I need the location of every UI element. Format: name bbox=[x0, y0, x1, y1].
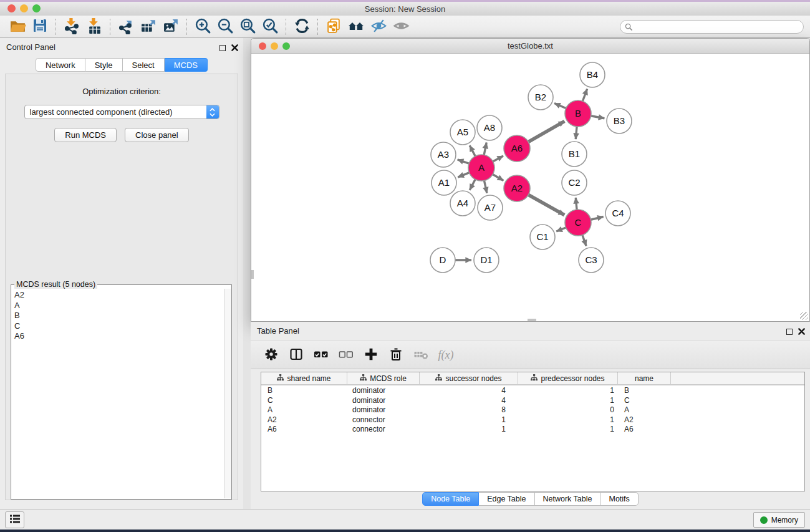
column-header-name[interactable]: name bbox=[618, 372, 671, 384]
table-row[interactable]: A2connector11A2 bbox=[261, 415, 804, 425]
table-cell[interactable]: 8 bbox=[420, 405, 518, 415]
column-header-shared-name[interactable]: shared name bbox=[261, 372, 347, 384]
unselect-all-columns-button[interactable] bbox=[338, 347, 354, 363]
table-cell[interactable]: 1 bbox=[420, 424, 518, 434]
table-settings-button[interactable] bbox=[263, 347, 279, 363]
table-cell[interactable]: 1 bbox=[518, 415, 618, 425]
mcds-result-item[interactable]: A bbox=[14, 301, 223, 311]
open-session-button[interactable] bbox=[6, 17, 29, 37]
network-minimize-button[interactable] bbox=[271, 42, 278, 50]
close-panel-button[interactable]: Close panel bbox=[125, 128, 189, 142]
export-network-button[interactable] bbox=[115, 17, 137, 37]
table-cell[interactable]: connector bbox=[347, 424, 420, 434]
table-header-row: shared nameMCDS rolesuccessor nodesprede… bbox=[261, 372, 804, 385]
import-network-button[interactable] bbox=[60, 17, 83, 37]
export-image-button[interactable] bbox=[160, 17, 182, 37]
table-cell[interactable]: B bbox=[618, 385, 671, 395]
window-resize-grip[interactable] bbox=[800, 312, 808, 320]
mcds-result-item[interactable]: A2 bbox=[14, 290, 223, 301]
zoom-fit-button[interactable] bbox=[236, 17, 259, 37]
import-network-icon bbox=[64, 17, 80, 36]
table-cell[interactable]: dominator bbox=[347, 385, 420, 395]
table-row[interactable]: A6connector11A6 bbox=[261, 424, 804, 434]
column-header-successor-nodes[interactable]: successor nodes bbox=[420, 372, 518, 384]
tab-select[interactable]: Select bbox=[123, 58, 165, 72]
close-panel-icon[interactable] bbox=[798, 326, 805, 337]
function-builder-button[interactable]: f(x) bbox=[438, 347, 454, 363]
table-cell[interactable]: 4 bbox=[420, 395, 518, 405]
criterion-select[interactable]: largest connected component (directed) bbox=[24, 105, 219, 119]
table-row[interactable]: Bdominator41B bbox=[261, 385, 804, 395]
table-cell[interactable]: dominator bbox=[347, 405, 420, 415]
tab-edge-table[interactable]: Edge Table bbox=[479, 492, 534, 506]
table-cell[interactable]: A2 bbox=[618, 415, 671, 425]
network-vscroll-thumb[interactable] bbox=[251, 270, 254, 279]
node-label-C: C bbox=[575, 217, 582, 228]
refresh-button[interactable] bbox=[291, 17, 313, 37]
table-cell[interactable]: A2 bbox=[261, 415, 347, 425]
select-all-columns-button[interactable] bbox=[313, 347, 329, 363]
table-cell[interactable]: C bbox=[618, 395, 671, 405]
network-hscroll-thumb[interactable] bbox=[528, 319, 536, 321]
column-header-MCDS-role[interactable]: MCDS role bbox=[347, 372, 420, 384]
table-cell[interactable]: 0 bbox=[518, 405, 618, 415]
table-cell[interactable]: A bbox=[618, 405, 671, 415]
mcds-result-item[interactable]: A6 bbox=[14, 331, 223, 342]
import-table-button[interactable] bbox=[83, 17, 105, 37]
table-cell[interactable]: 1 bbox=[420, 415, 518, 425]
save-session-button[interactable] bbox=[29, 17, 51, 37]
table-cell[interactable]: 1 bbox=[518, 424, 618, 434]
table-cell[interactable]: connector bbox=[347, 415, 420, 425]
delete-column-button[interactable] bbox=[388, 347, 404, 363]
mcds-list-scrollbar[interactable] bbox=[224, 289, 231, 498]
zoom-in-button[interactable] bbox=[191, 17, 214, 37]
mcds-result-item[interactable]: B bbox=[14, 311, 223, 321]
mcds-result-item[interactable]: C bbox=[14, 321, 223, 332]
table-cell[interactable]: C bbox=[261, 395, 347, 405]
tab-motifs[interactable]: Motifs bbox=[600, 492, 638, 506]
tab-style[interactable]: Style bbox=[85, 58, 123, 72]
zoom-selected-button[interactable] bbox=[259, 17, 281, 37]
zoom-window-button[interactable] bbox=[32, 4, 41, 12]
export-table-button[interactable] bbox=[137, 17, 160, 37]
networks-home-button[interactable] bbox=[345, 17, 367, 37]
minimize-window-button[interactable] bbox=[20, 4, 28, 12]
run-mcds-button[interactable]: Run MCDS bbox=[54, 128, 117, 142]
float-panel-icon[interactable] bbox=[219, 45, 226, 51]
tab-node-table[interactable]: Node Table bbox=[422, 492, 479, 506]
eye-slash-icon bbox=[370, 17, 387, 36]
table-cell[interactable]: 1 bbox=[518, 385, 618, 395]
show-column-pane-button[interactable] bbox=[288, 347, 304, 363]
delete-table-button[interactable] bbox=[413, 347, 429, 363]
birdseye-view-button[interactable] bbox=[390, 17, 412, 37]
status-list-button[interactable] bbox=[5, 511, 24, 528]
network-zoom-button[interactable] bbox=[282, 42, 290, 50]
close-panel-icon[interactable] bbox=[231, 42, 238, 54]
float-panel-icon[interactable] bbox=[786, 329, 793, 335]
tab-network-table[interactable]: Network Table bbox=[535, 492, 601, 506]
duplicate-network-button[interactable] bbox=[322, 17, 345, 37]
table-cell[interactable]: dominator bbox=[347, 395, 420, 405]
network-close-button[interactable] bbox=[259, 42, 266, 50]
tab-network[interactable]: Network bbox=[36, 58, 85, 72]
hide-graphics-details-button[interactable] bbox=[367, 17, 390, 37]
zoom-out-button[interactable] bbox=[214, 17, 236, 37]
table-cell[interactable]: B bbox=[261, 385, 347, 395]
table-cell[interactable]: 4 bbox=[420, 385, 518, 395]
close-window-button[interactable] bbox=[7, 4, 16, 12]
table-cell[interactable]: 1 bbox=[518, 395, 618, 405]
import-table-icon bbox=[86, 17, 103, 36]
table-row[interactable]: Adominator80A bbox=[261, 405, 804, 415]
mcds-result-list: A2ABCA6 bbox=[12, 289, 223, 498]
create-column-button[interactable] bbox=[363, 347, 379, 363]
table-cell[interactable]: A bbox=[261, 405, 347, 415]
memory-button[interactable]: Memory bbox=[753, 512, 805, 528]
column-header-predecessor-nodes[interactable]: predecessor nodes bbox=[518, 372, 618, 384]
search-input[interactable] bbox=[620, 20, 804, 34]
table-cell[interactable]: A6 bbox=[261, 424, 347, 434]
table-row[interactable]: Cdominator41C bbox=[261, 395, 804, 405]
tab-mcds[interactable]: MCDS bbox=[165, 58, 208, 72]
network-canvas[interactable]: AA1A2A3A4A5A6A7A8BB1B2B3B4CC1C2C3C4DD1 bbox=[251, 54, 809, 321]
node-label-C4: C4 bbox=[612, 208, 624, 218]
table-cell[interactable]: A6 bbox=[618, 424, 671, 434]
